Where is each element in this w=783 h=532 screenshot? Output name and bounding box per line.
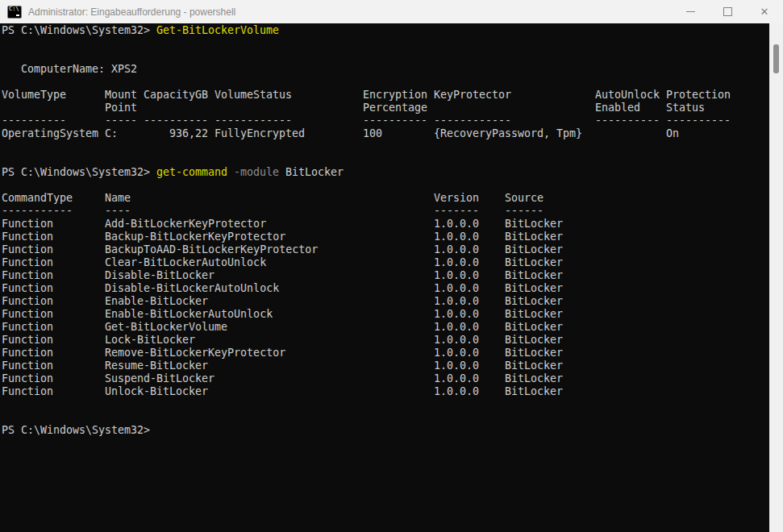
terminal-text: FullyEncrypted: [214, 127, 305, 140]
terminal-text: ----------: [2, 114, 66, 127]
terminal-text: Remove-BitLockerKeyProtector: [105, 347, 285, 360]
terminal-text: Function: [2, 243, 53, 256]
title-bar[interactable]: C:\ Administrator: Eingabeaufforderung -…: [0, 0, 783, 23]
terminal-text: Function: [2, 256, 53, 269]
terminal-line: PS C:\Windows\System32>: [0, 424, 769, 437]
terminal-text: ----------: [363, 114, 427, 127]
terminal-text: BitLocker: [505, 243, 563, 256]
close-button[interactable]: ✕: [746, 0, 783, 23]
terminal-text: OperatingSystem: [2, 127, 98, 140]
terminal-text: 1.0.0.0: [434, 282, 479, 295]
maximize-button[interactable]: [709, 0, 746, 23]
terminal-text: Unlock-BitLocker: [105, 385, 208, 398]
terminal-text: Function: [2, 308, 53, 321]
terminal-text: 1.0.0.0: [434, 334, 479, 347]
terminal-text: Disable-BitLockerAutoUnlock: [105, 282, 279, 295]
terminal-line: FunctionGet-BitLockerVolume1.0.0.0BitLoc…: [0, 321, 769, 334]
terminal-text: 1.0.0.0: [434, 218, 479, 231]
terminal-text: KeyProtector: [434, 89, 511, 102]
terminal-text: Version: [434, 192, 479, 205]
terminal-text: BitLocker: [505, 218, 563, 231]
cmd-icon-cursor: [16, 15, 19, 16]
terminal-line: PointPercentageEnabledStatus: [0, 102, 769, 114]
terminal-text: Function: [2, 295, 53, 308]
terminal-line: FunctionClear-BitLockerAutoUnlock1.0.0.0…: [0, 256, 769, 269]
terminal-text: Function: [2, 282, 53, 295]
terminal-line: FunctionLock-BitLocker1.0.0.0BitLocker: [0, 334, 769, 347]
terminal-line: PS C:\Windows\System32> get-command-modu…: [0, 166, 769, 179]
terminal-text: On: [666, 127, 679, 140]
terminal-line: FunctionSuspend-BitLocker1.0.0.0BitLocke…: [0, 372, 769, 385]
terminal-text: Encryption: [363, 89, 427, 102]
terminal-text: Get-BitLockerVolume: [105, 321, 227, 334]
terminal-text: PS C:\Windows\System32>: [2, 24, 156, 37]
terminal-text: Enabled: [595, 102, 640, 114]
scrollbar-track[interactable]: [769, 23, 783, 532]
terminal-text: Disable-BitLocker: [105, 269, 214, 282]
terminal-text: -module: [234, 166, 279, 179]
terminal-line: ----------------------------------------…: [0, 114, 769, 127]
terminal-line: OperatingSystemC:936,22FullyEncrypted100…: [0, 127, 769, 140]
terminal-text: BitLocker: [505, 347, 563, 360]
terminal-text: Function: [2, 231, 53, 243]
minimize-button[interactable]: [672, 0, 709, 23]
terminal-text: BitLocker: [505, 269, 563, 282]
terminal-text: 1.0.0.0: [434, 295, 479, 308]
terminal-text: Point: [105, 102, 137, 114]
terminal-text: BitLocker: [505, 360, 563, 372]
terminal-text: C:: [105, 127, 118, 140]
terminal-line: FunctionEnable-BitLockerAutoUnlock1.0.0.…: [0, 308, 769, 321]
terminal-text: CapacityGB: [144, 89, 208, 102]
terminal-text: Protection: [666, 89, 731, 102]
terminal-line: CommandTypeNameVersionSource: [0, 192, 769, 205]
terminal-text: BitLocker: [505, 282, 563, 295]
terminal-text: BitLocker: [505, 334, 563, 347]
terminal-text: Function: [2, 218, 53, 231]
terminal-text: Resume-BitLocker: [105, 360, 208, 372]
terminal-line: FunctionBackup-BitLockerKeyProtector1.0.…: [0, 231, 769, 243]
terminal-text: ----------: [595, 114, 660, 127]
terminal-text: Get-BitLockerVolume: [156, 24, 279, 37]
terminal-text: Mount: [105, 89, 137, 102]
terminal-text: Status: [666, 102, 705, 114]
terminal-line: FunctionResume-BitLocker1.0.0.0BitLocker: [0, 360, 769, 372]
terminal-text: BitLocker: [505, 295, 563, 308]
terminal-line: FunctionDisable-BitLocker1.0.0.0BitLocke…: [0, 269, 769, 282]
terminal-line: FunctionDisable-BitLockerAutoUnlock1.0.0…: [0, 282, 769, 295]
terminal-text: Backup-BitLockerKeyProtector: [105, 231, 285, 243]
terminal-text: BitLocker: [285, 166, 344, 179]
terminal-viewport[interactable]: PS C:\Windows\System32> Get-BitLockerVol…: [0, 23, 769, 532]
terminal-text: ComputerName: XPS2: [21, 63, 137, 76]
terminal-text: Function: [2, 385, 53, 398]
terminal-text: VolumeStatus: [214, 89, 292, 102]
terminal-text: BitLocker: [505, 308, 563, 321]
terminal-text: ----------: [666, 114, 731, 127]
terminal-text: Add-BitLockerKeyProtector: [105, 218, 266, 231]
terminal-line: PS C:\Windows\System32> Get-BitLockerVol…: [0, 24, 769, 37]
terminal-text: 1.0.0.0: [434, 372, 479, 385]
maximize-icon: [723, 7, 732, 16]
minimize-icon: [686, 11, 695, 12]
terminal-text: BitLocker: [505, 372, 563, 385]
terminal-text: Enable-BitLocker: [105, 295, 208, 308]
terminal-text: BitLocker: [505, 231, 563, 243]
terminal-text: BitLocker: [505, 321, 563, 334]
terminal-text: ------: [505, 205, 544, 218]
terminal-line: FunctionRemove-BitLockerKeyProtector1.0.…: [0, 347, 769, 360]
terminal-text: {RecoveryPassword, Tpm}: [434, 127, 582, 140]
terminal-text: 1.0.0.0: [434, 256, 479, 269]
cmd-icon: C:\: [7, 6, 22, 19]
terminal-text: CommandType: [2, 192, 73, 205]
cmd-icon-label: C:\: [9, 6, 19, 12]
scrollbar-thumb[interactable]: [773, 44, 779, 73]
terminal-line: FunctionUnlock-BitLocker1.0.0.0BitLocker: [0, 385, 769, 398]
terminal-text: Function: [2, 372, 53, 385]
terminal-text: AutoUnlock: [595, 89, 660, 102]
terminal-text: 1.0.0.0: [434, 360, 479, 372]
terminal-text: 936,22: [169, 127, 208, 140]
close-icon: ✕: [760, 6, 769, 17]
terminal-text: 1.0.0.0: [434, 231, 479, 243]
terminal-text: -----: [105, 114, 137, 127]
terminal-text: Function: [2, 347, 53, 360]
terminal-line: FunctionBackupToAAD-BitLockerKeyProtecto…: [0, 243, 769, 256]
